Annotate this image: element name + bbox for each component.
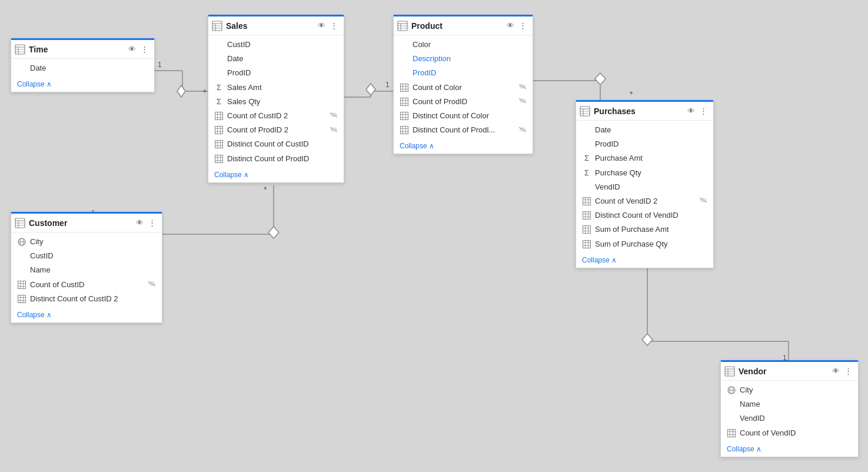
field-name: Count of ProdID	[413, 97, 516, 107]
collapse-product[interactable]: Collapse ∧	[394, 139, 533, 154]
table-time-title: Time	[29, 45, 127, 54]
hidden-icon	[699, 197, 707, 205]
more-button[interactable]: ⋮	[843, 365, 853, 377]
field-row: ProdID	[394, 66, 533, 80]
field-name: Date	[30, 63, 148, 74]
field-name: Name	[740, 399, 852, 410]
field-row: Sum of Purchase Amt	[576, 222, 713, 237]
table-purchases-body: Date ProdID Σ Purchase Amt Σ Purchase Qt…	[576, 121, 713, 254]
field-row: Distinct Count of Prodl...	[394, 123, 533, 137]
table-time: Time 👁 ⋮ Date Collapse ∧	[11, 38, 155, 92]
field-row: Count of CustID	[11, 278, 162, 292]
field-name: Distinct Count of ProdID	[227, 154, 338, 164]
collapse-customer[interactable]: Collapse ∧	[11, 308, 162, 323]
collapse-label: Collapse	[400, 142, 427, 150]
table-product-actions: 👁 ⋮	[505, 20, 528, 31]
field-row: Date	[576, 123, 713, 137]
field-icon-none	[400, 40, 409, 49]
more-button[interactable]: ⋮	[329, 20, 339, 31]
table-vendor-actions: 👁 ⋮	[831, 365, 853, 377]
eye-button[interactable]: 👁	[505, 20, 516, 31]
svg-rect-45	[215, 127, 223, 134]
grid-icon	[214, 111, 224, 121]
svg-rect-113	[583, 212, 591, 220]
svg-text:1: 1	[158, 61, 162, 69]
more-button[interactable]: ⋮	[699, 105, 709, 117]
field-row: Name	[721, 397, 858, 411]
field-row: City	[11, 235, 162, 249]
more-button[interactable]: ⋮	[139, 44, 149, 55]
field-row: Distinct Count of VendID	[576, 208, 713, 222]
hidden-icon	[518, 83, 527, 92]
field-name: Distinct Count of VendID	[595, 210, 707, 221]
sigma-icon: Σ	[214, 97, 224, 107]
field-name: Sum of Purchase Qty	[595, 239, 707, 250]
sigma-icon: Σ	[582, 168, 591, 178]
table-product-title: Product	[411, 21, 505, 31]
table-vendor-title: Vendor	[739, 367, 831, 376]
eye-button[interactable]: 👁	[317, 20, 327, 31]
field-icon-none	[214, 68, 224, 78]
hidden-icon	[148, 280, 156, 289]
eye-button[interactable]: 👁	[135, 217, 145, 228]
svg-marker-22	[595, 73, 606, 85]
table-customer-title: Customer	[29, 218, 135, 228]
table-icon	[397, 21, 408, 31]
eye-button[interactable]: 👁	[127, 44, 137, 55]
field-name: ProdID	[413, 68, 527, 78]
field-name: Description	[413, 54, 527, 64]
table-time-header: Time 👁 ⋮	[11, 40, 154, 59]
eye-button[interactable]: 👁	[686, 105, 696, 117]
table-icon	[212, 21, 222, 31]
table-sales-header: Sales 👁 ⋮	[208, 16, 344, 35]
globe-icon	[727, 385, 736, 395]
grid-icon	[214, 154, 224, 164]
field-icon-none	[17, 251, 26, 261]
table-customer: Customer 👁 ⋮ City CustID Name	[11, 212, 162, 323]
field-row: Date	[11, 61, 154, 75]
table-vendor: Vendor 👁 ⋮ City Name VendID	[720, 360, 859, 457]
globe-icon	[17, 237, 26, 247]
grid-icon	[214, 125, 224, 135]
field-row: Count of ProdID	[394, 95, 533, 109]
collapse-vendor[interactable]: Collapse ∧	[721, 443, 858, 457]
field-icon-none	[400, 68, 409, 78]
table-time-body: Date	[11, 59, 154, 78]
table-icon	[15, 218, 25, 228]
svg-rect-98	[18, 295, 26, 303]
svg-text:*: *	[203, 88, 207, 97]
svg-rect-75	[401, 112, 408, 120]
field-row: Distinct Count of CustID	[208, 137, 344, 151]
svg-marker-11	[268, 227, 279, 238]
field-name: Distinct Count of Prodl...	[413, 125, 516, 135]
collapse-sales[interactable]: Collapse ∧	[208, 168, 344, 182]
field-name: Count of Color	[413, 82, 516, 93]
field-name: Sum of Purchase Amt	[595, 224, 707, 235]
field-name: Count of VendID 2	[595, 196, 697, 207]
table-icon	[580, 106, 590, 117]
collapse-time[interactable]: Collapse ∧	[11, 78, 154, 92]
more-button[interactable]: ⋮	[147, 217, 157, 228]
grid-icon	[400, 83, 409, 92]
more-button[interactable]: ⋮	[518, 20, 528, 31]
eye-button[interactable]: 👁	[831, 365, 841, 377]
table-customer-actions: 👁 ⋮	[135, 217, 157, 228]
field-name: Color	[413, 39, 527, 50]
svg-text:1: 1	[385, 81, 390, 89]
svg-rect-70	[401, 98, 408, 105]
field-icon-none	[214, 54, 224, 64]
table-icon	[15, 44, 25, 55]
field-row: Count of ProdID 2	[208, 123, 344, 137]
table-sales-title: Sales	[226, 21, 317, 31]
svg-marker-5	[177, 85, 185, 97]
svg-rect-80	[401, 127, 408, 134]
grid-icon	[17, 280, 26, 290]
svg-rect-93	[18, 281, 26, 288]
svg-marker-17	[366, 84, 375, 95]
hidden-icon	[518, 97, 527, 106]
hidden-icon	[330, 126, 338, 135]
collapse-purchases[interactable]: Collapse ∧	[576, 254, 713, 268]
field-name: Count of CustID	[30, 280, 145, 290]
svg-rect-108	[583, 198, 591, 205]
table-purchases-header: Purchases 👁 ⋮	[576, 102, 713, 121]
